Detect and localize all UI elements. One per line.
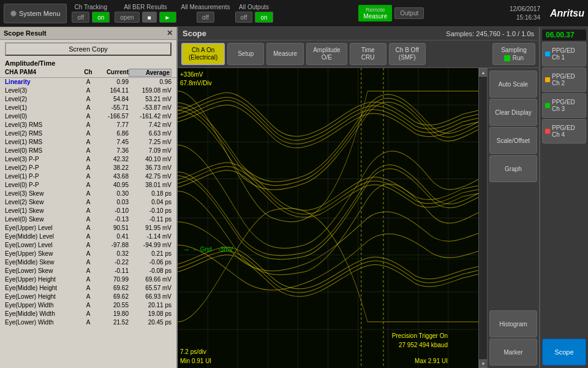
table-row: Level(1) RMS A 7.45 7.25 mV: [1, 138, 175, 147]
outputs-off-btn[interactable]: off: [235, 12, 253, 23]
table-row: Level(2) A 54.84 53.21 mV: [1, 95, 175, 104]
table-row: Eye(Upper) Level A 90.51 91.95 mV: [1, 224, 175, 232]
auto-scale-button[interactable]: Auto Scale: [489, 71, 537, 98]
amplitude-time-label: Amplitude/Time: [0, 58, 176, 68]
all-ber-section: All BER Results open ■ ►: [115, 4, 176, 23]
time-cru-button[interactable]: Time CRU: [350, 43, 386, 65]
measure-scope-button[interactable]: Measure: [266, 43, 304, 65]
table-row: Level(1) Skew A -0.10 -0.10 ps: [1, 207, 175, 215]
ber-play-btn[interactable]: ►: [159, 12, 176, 23]
bottom-info: 7.2 ps/div Min 0.91 UI: [180, 347, 211, 366]
sampling-run-button[interactable]: Sampling Run: [492, 43, 535, 65]
gnd-label: → ← Gnd -3mV: [183, 245, 233, 254]
scope-result-header: Scope Result ✕: [0, 27, 176, 40]
ch-b-off-button[interactable]: Ch B Off (SMF): [389, 43, 426, 65]
samples-info: Samples: 245,760 - 1.0 / 1.0s: [446, 30, 534, 37]
scope-title: Scope: [183, 29, 206, 38]
voltage-label: +336mV 67.8mV/Div: [180, 71, 212, 88]
top-bar: System Menu Ch Tracking off on All BER R…: [0, 0, 588, 27]
table-row: Eye(Upper) Width A 20.55 20.11 ps: [1, 301, 175, 310]
scope-right-button[interactable]: Scope: [542, 339, 586, 366]
table-row: Level(0) P-P A 40.95 38.01 mV: [1, 181, 175, 190]
measure-btn[interactable]: Remote Measure: [358, 5, 392, 21]
waveform-row: +336mV 67.8mV/Div → ← Gnd -3mV 7.2 ps/di…: [178, 68, 539, 368]
table-row: Eye(Middle) Level A 0.41 -1.14 mV: [1, 232, 175, 241]
ch-a-on-button[interactable]: Ch A On (Electrical): [181, 43, 225, 65]
output-btn[interactable]: Output: [394, 7, 424, 19]
data-table: Linearity A 0.99 0.96 Level(3) A 164.11 …: [0, 78, 176, 368]
main-layout: Scope Result ✕ Screen Copy Amplitude/Tim…: [0, 27, 588, 368]
max-ui-label: Max 2.91 UI: [415, 356, 448, 366]
screen-copy-button[interactable]: Screen Copy: [5, 42, 172, 56]
amplitude-oe-button[interactable]: Amplitude O/E: [306, 43, 347, 65]
system-menu-icon: [10, 10, 17, 17]
table-row: Eye(Lower) Height A 69.62 66.93 mV: [1, 293, 175, 301]
table-row: Level(2) Skew A 0.03 0.04 ps: [1, 198, 175, 207]
system-menu-button[interactable]: System Menu: [4, 4, 67, 23]
ch-tracking-off-btn[interactable]: off: [72, 12, 89, 23]
table-row: Eye(Lower) Width A 21.52 20.45 ps: [1, 318, 175, 327]
scale-offset-button[interactable]: Scale/Offset: [489, 127, 537, 154]
marker-button[interactable]: Marker: [489, 339, 537, 366]
ch2-indicator: [545, 77, 550, 82]
table-row: Level(3) P-P A 42.32 40.10 mV: [1, 155, 175, 164]
table-row: Eye(Middle) Width A 19.80 19.08 ps: [1, 310, 175, 318]
scope-title-bar: Scope Samples: 245,760 - 1.0 / 1.0s: [178, 27, 539, 40]
all-outputs-section: All Outputs off on: [235, 4, 273, 23]
clear-display-button[interactable]: Clear Display: [489, 99, 537, 126]
right-panel: 06.00.37 PPG/ED Ch 1 PPG/ED Ch 2 PPG/ED …: [539, 27, 588, 368]
right-spacer: [542, 145, 586, 337]
table-row: Level(1) A -55.71 -53.87 mV: [1, 104, 175, 112]
ppg-ed-ch1-button[interactable]: PPG/ED Ch 1: [542, 42, 586, 66]
ch1-indicator: [545, 52, 550, 56]
table-header: CHA PAM4 Ch Current Average: [0, 68, 176, 78]
histogram-button[interactable]: Histogram: [489, 310, 537, 337]
table-row: Level(2) P-P A 38.22 36.73 mV: [1, 164, 175, 172]
close-button[interactable]: ✕: [167, 29, 173, 37]
all-measurements-section: All Measurements off: [181, 4, 230, 23]
ch3-indicator: [545, 103, 550, 108]
waveform-area: +336mV 67.8mV/Div → ← Gnd -3mV 7.2 ps/di…: [178, 68, 478, 368]
table-row: Eye(Upper) Height A 70.99 69.66 mV: [1, 275, 175, 284]
left-panel: Scope Result ✕ Screen Copy Amplitude/Tim…: [0, 27, 178, 368]
scroll-down-button[interactable]: ▼: [479, 359, 488, 368]
table-row: Eye(Lower) Level A -97.88 -94.99 mV: [1, 241, 175, 250]
table-row: Level(0) A -166.57 -161.42 mV: [1, 112, 175, 121]
ch-tracking-section: Ch Tracking off on: [72, 4, 110, 23]
anritsu-logo: Anritsu: [545, 8, 584, 19]
ber-stop-btn[interactable]: ■: [142, 12, 157, 23]
table-row: Level(3) A 164.11 159.08 mV: [1, 86, 175, 95]
table-row: Eye(Middle) Skew A -0.22 -0.06 ps: [1, 258, 175, 267]
table-row: Level(1) P-P A 43.68 42.75 mV: [1, 172, 175, 181]
scroll-up-button[interactable]: ▲: [479, 68, 488, 77]
table-row: Eye(Middle) Height A 69.62 65.57 mV: [1, 284, 175, 293]
run-indicator: [504, 55, 510, 61]
waveform-scrollbar: ▲ ▼: [478, 68, 487, 368]
table-row: Level(3) RMS A 7.77 7.42 mV: [1, 121, 175, 129]
eye-diagram-svg: [178, 68, 478, 368]
table-row: Level(2) RMS A 6.86 6.63 mV: [1, 129, 175, 138]
graph-button[interactable]: Graph: [489, 155, 537, 182]
ppg-ed-ch3-button[interactable]: PPG/ED Ch 3: [542, 93, 586, 118]
datetime-display: 12/06/2017 15:16:34: [510, 5, 540, 22]
table-row: Linearity A 0.99 0.96: [1, 78, 175, 86]
ppg-ed-ch2-button[interactable]: PPG/ED Ch 2: [542, 67, 586, 92]
measurements-off-btn[interactable]: off: [197, 12, 214, 23]
ch-tracking-on-btn[interactable]: on: [92, 12, 110, 23]
table-row: Level(0) Skew A -0.13 -0.11 ps: [1, 215, 175, 224]
ber-open-btn[interactable]: open: [115, 12, 139, 23]
outputs-on-btn[interactable]: on: [255, 12, 273, 23]
ch4-indicator: [545, 129, 550, 134]
top-right-time: 06.00.37: [542, 29, 586, 40]
table-row: Eye(Upper) Skew A 0.32 0.21 ps: [1, 250, 175, 258]
setup-button[interactable]: Setup: [227, 43, 264, 65]
center-panel: Scope Samples: 245,760 - 1.0 / 1.0s Ch A…: [178, 27, 539, 368]
ppg-ed-ch4-button[interactable]: PPG/ED Ch 4: [542, 119, 586, 144]
scope-toolbar: Ch A On (Electrical) Setup Measure Ampli…: [178, 40, 539, 68]
table-row: Level(3) Skew A 0.30 0.18 ps: [1, 190, 175, 198]
precision-trigger-label: Precision Trigger On 27 952 494 kbaud: [392, 331, 448, 350]
table-row: Level(0) RMS A 7.36 7.09 mV: [1, 147, 175, 155]
table-row: Eye(Lower) Skew A -0.11 -0.08 ps: [1, 267, 175, 275]
